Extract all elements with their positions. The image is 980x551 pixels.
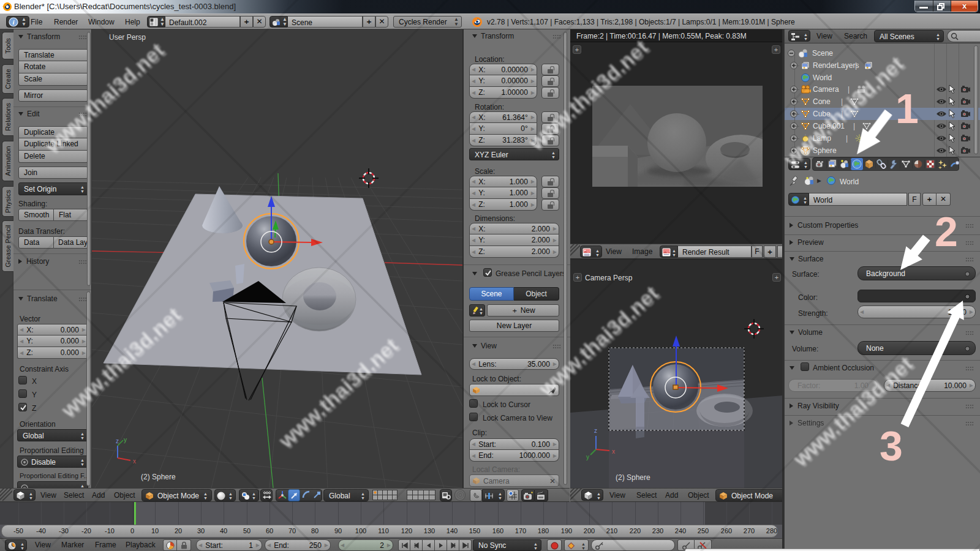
- svg-text:x: x: [133, 458, 136, 465]
- svg-text:x: x: [612, 448, 615, 455]
- svg-text:z: z: [116, 438, 119, 444]
- svg-text:y: y: [124, 437, 127, 443]
- svg-text:y: y: [586, 454, 589, 460]
- svg-text:User Persp: User Persp: [109, 33, 146, 42]
- svg-text:(2) Sphere: (2) Sphere: [616, 473, 650, 482]
- svg-text:(2) Sphere: (2) Sphere: [141, 473, 176, 481]
- svg-text:z: z: [594, 427, 597, 434]
- svg-text:Camera Persp: Camera Persp: [585, 274, 633, 282]
